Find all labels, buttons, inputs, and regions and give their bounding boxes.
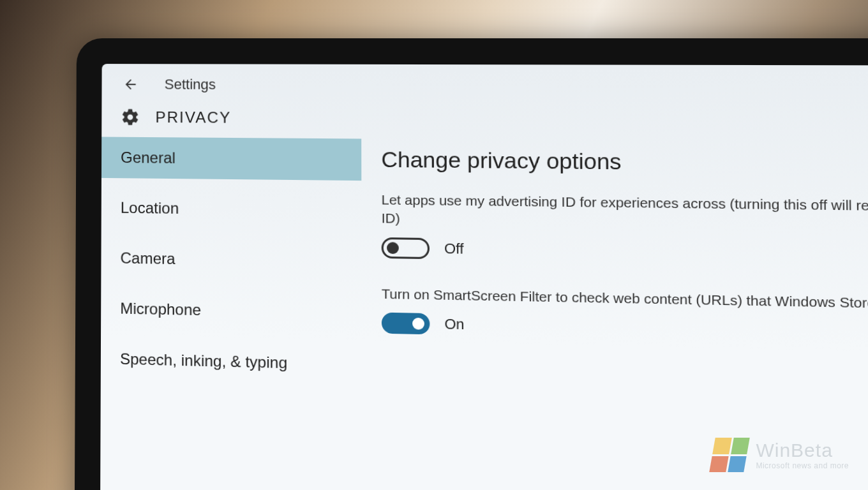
sidebar-item-label: Location bbox=[121, 199, 179, 217]
back-arrow-icon bbox=[123, 77, 137, 91]
toggle-knob bbox=[387, 242, 399, 254]
laptop-bezel: Settings PRIVACY General Location Camera… bbox=[75, 38, 868, 490]
toggle-row: Off bbox=[382, 237, 868, 267]
sidebar: General Location Camera Microphone Speec… bbox=[100, 137, 362, 490]
toggle-state-label: On bbox=[444, 316, 464, 334]
sidebar-item-camera[interactable]: Camera bbox=[101, 237, 361, 283]
sidebar-item-microphone[interactable]: Microphone bbox=[101, 288, 362, 335]
smartscreen-toggle[interactable] bbox=[382, 313, 430, 335]
advertising-id-toggle[interactable] bbox=[382, 237, 430, 259]
option-description: Turn on SmartScreen Filter to check web … bbox=[382, 285, 868, 314]
sidebar-item-speech[interactable]: Speech, inking, & typing bbox=[101, 338, 362, 386]
sidebar-item-location[interactable]: Location bbox=[101, 187, 362, 232]
option-description: Let apps use my advertising ID for exper… bbox=[382, 191, 868, 235]
sidebar-item-label: General bbox=[121, 149, 176, 167]
main-layout: General Location Camera Microphone Speec… bbox=[100, 137, 868, 490]
sidebar-item-label: Microphone bbox=[120, 299, 201, 318]
app-title: Settings bbox=[165, 76, 216, 93]
window-titlebar: Settings bbox=[101, 64, 868, 106]
sidebar-item-label: Camera bbox=[121, 249, 176, 267]
content-heading: Change privacy options bbox=[381, 147, 868, 178]
category-title: PRIVACY bbox=[155, 108, 231, 127]
settings-window: Settings PRIVACY General Location Camera… bbox=[100, 64, 868, 490]
toggle-state-label: Off bbox=[444, 240, 464, 257]
content-panel: Change privacy options Let apps use my a… bbox=[361, 138, 868, 490]
category-header: PRIVACY bbox=[101, 102, 868, 143]
sidebar-item-general[interactable]: General bbox=[101, 137, 361, 181]
back-button[interactable] bbox=[121, 75, 138, 93]
sidebar-item-label: Speech, inking, & typing bbox=[120, 350, 287, 371]
gear-icon bbox=[121, 107, 140, 126]
toggle-knob bbox=[412, 318, 424, 330]
toggle-row: On bbox=[382, 313, 868, 346]
